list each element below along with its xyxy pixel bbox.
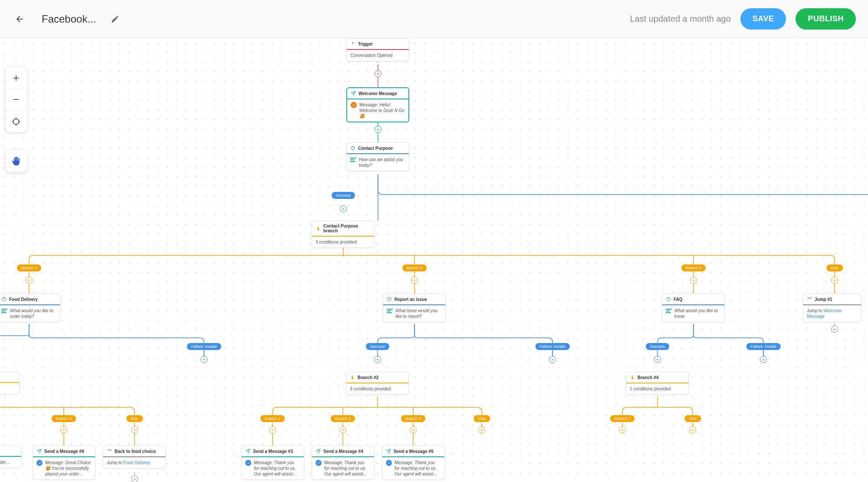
add-step-button[interactable]: + xyxy=(131,426,138,433)
node-body: ded xyxy=(0,383,19,394)
send-icon xyxy=(351,91,356,96)
node-branch-2[interactable]: Branch #2 3 conditions provided xyxy=(346,372,409,395)
node-contact-purpose[interactable]: Contact Purpose How can we assist you to… xyxy=(346,142,409,171)
sparkle-icon xyxy=(350,41,355,46)
node-send-message-3[interactable]: Send a Message #3 ✓ Message: Thank you f… xyxy=(241,446,304,480)
question-icon xyxy=(1,297,7,302)
add-step-button[interactable]: + xyxy=(340,205,347,212)
pencil-icon xyxy=(111,15,119,23)
publish-button[interactable]: PUBLISH xyxy=(796,8,856,30)
add-step-button[interactable]: + xyxy=(654,356,661,363)
avatar-icon: 🍔 xyxy=(351,102,357,108)
question-icon xyxy=(350,145,355,151)
node-header: FAQ xyxy=(662,294,724,305)
node-header: Branch #2 xyxy=(346,372,408,383)
branch-icon xyxy=(350,375,355,380)
node-title: Send a Message #4 xyxy=(323,449,363,454)
add-step-button[interactable]: + xyxy=(374,356,381,363)
add-step-button[interactable]: + xyxy=(689,426,696,433)
jump-icon xyxy=(107,449,112,454)
node-trigger[interactable]: Trigger Conversation Opened xyxy=(346,38,409,61)
node-branch-4[interactable]: Branch #4 1 conditions provided xyxy=(626,372,689,395)
pill-branch2: Branch 2 xyxy=(402,264,427,271)
node-header: Jump #1 xyxy=(803,294,861,305)
node-send-message-5[interactable]: Send a Message #5 ✓ Message: Thank you f… xyxy=(382,446,445,480)
node-header: Send a Message #8 xyxy=(33,446,95,457)
node-back-to-food-choice[interactable]: Back to food choice Jump to Food Deliver… xyxy=(103,446,166,469)
pill-failure-invalid: Failure: Invalid xyxy=(536,343,570,350)
node-send-message-4[interactable]: Send a Message #4 ✓ Message: Thank you f… xyxy=(312,446,375,480)
add-step-button[interactable]: + xyxy=(410,426,417,433)
add-step-button[interactable]: + xyxy=(831,277,838,284)
add-step-button[interactable]: + xyxy=(411,277,418,284)
node-report-issue[interactable]: Report an issue What issue would you lik… xyxy=(383,294,446,322)
pan-button[interactable] xyxy=(5,150,27,172)
node-welcome-message[interactable]: Welcome Message 🍔 Message: Hello! Welcom… xyxy=(346,87,409,122)
node-title: Welcome Message xyxy=(358,91,397,96)
add-step-button[interactable]: + xyxy=(26,277,33,284)
pill-branch2: Branch 2 xyxy=(331,415,355,422)
node-body: Conversation Opened xyxy=(347,50,409,61)
add-step-button[interactable]: + xyxy=(375,70,381,77)
add-step-button[interactable]: + xyxy=(549,356,556,363)
node-header: Send a Message #4 xyxy=(312,446,374,457)
add-step-button[interactable]: + xyxy=(619,426,626,433)
zoom-in-button[interactable]: + xyxy=(5,67,27,89)
lines-icon xyxy=(1,309,7,313)
node-send-message-8[interactable]: Send a Message #8 ✓ Message: Great Choic… xyxy=(33,446,95,480)
node-jump-1[interactable]: Jump #1 Jump to Welcome Message xyxy=(803,294,861,322)
node-title: Food Delivery xyxy=(9,297,38,302)
node-body: Jump to Welcome Message xyxy=(803,305,861,322)
crosshair-icon xyxy=(11,117,21,126)
question-icon xyxy=(666,297,671,302)
add-step-button[interactable]: + xyxy=(375,126,381,133)
lines-icon xyxy=(350,158,356,162)
node-title: Send a Message #8 xyxy=(44,449,84,454)
edit-title-button[interactable] xyxy=(108,12,122,26)
add-step-button[interactable]: + xyxy=(201,356,207,363)
node-header: Contact Purpose xyxy=(347,143,409,154)
flow-canvas[interactable]: + − xyxy=(0,38,868,482)
hand-icon xyxy=(11,156,21,166)
save-button[interactable]: SAVE xyxy=(740,8,786,30)
node-header: Send a Message #5 xyxy=(382,446,444,457)
check-icon: ✓ xyxy=(245,460,251,466)
add-step-button[interactable]: + xyxy=(760,356,767,363)
node-title: Send a Message #3 xyxy=(253,449,293,454)
node-body: How can we assist you today? xyxy=(347,154,409,171)
node-body: ✓ Message: Thank you for reaching out to… xyxy=(312,457,374,479)
add-step-button[interactable]: + xyxy=(60,426,67,433)
node-body: 3 conditions provided xyxy=(312,237,374,248)
node-title: Branch #2 xyxy=(358,375,378,380)
last-updated: Last updated a month ago xyxy=(630,14,730,24)
add-step-button[interactable]: + xyxy=(690,277,697,284)
pill-success: Success xyxy=(646,343,669,350)
node-send-message-7[interactable]: e #7 at Choice 🤩 sfully der... xyxy=(0,446,22,468)
node-food-delivery[interactable]: Food Delivery What would you like to ord… xyxy=(0,294,60,322)
jump-target-link[interactable]: Food Delivery xyxy=(123,460,150,465)
node-body: ✓ Message: Thank you for reaching out to… xyxy=(242,457,304,479)
add-step-button[interactable]: + xyxy=(478,426,485,433)
node-title: Send a Message #5 xyxy=(394,449,434,454)
zoom-out-button[interactable]: − xyxy=(5,89,27,110)
node-left-branch-partial[interactable]: ded xyxy=(0,372,20,394)
node-header: Food Delivery xyxy=(0,294,60,305)
node-body: What issue would you like to report? xyxy=(383,305,445,322)
lines-icon xyxy=(666,309,672,313)
zoom-fit-button[interactable] xyxy=(5,110,27,132)
add-step-button[interactable]: + xyxy=(131,475,138,482)
node-contact-purpose-branch[interactable]: Contact Purpose branch 3 conditions prov… xyxy=(312,221,375,248)
node-header: Contact Purpose branch xyxy=(312,221,374,237)
node-header: Trigger xyxy=(347,39,409,50)
node-header: Report an issue xyxy=(383,294,445,305)
node-faq[interactable]: FAQ What would you like to know xyxy=(662,294,725,322)
add-step-button[interactable]: + xyxy=(269,426,276,433)
add-step-button[interactable]: + xyxy=(831,326,838,333)
pill-failure-invalid: Failure: Invalid xyxy=(187,343,221,350)
add-step-button[interactable]: + xyxy=(339,426,346,433)
svg-point-2 xyxy=(353,149,353,149)
pill-failure-invalid: Failure: Invalid xyxy=(746,343,781,350)
back-button[interactable] xyxy=(12,11,28,27)
header: Facebook... Last updated a month ago SAV… xyxy=(0,0,868,38)
pill-else: Else xyxy=(473,415,490,422)
